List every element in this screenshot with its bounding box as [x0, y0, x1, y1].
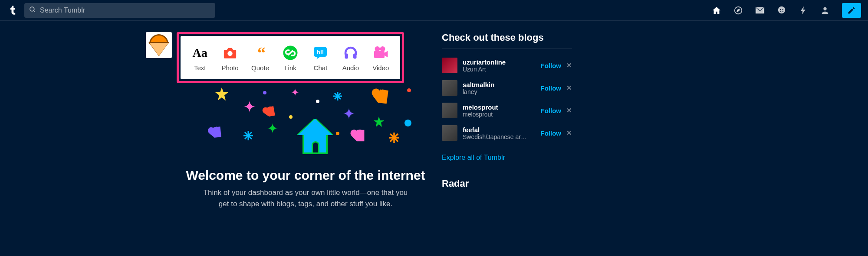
headphones-icon: [342, 44, 359, 62]
svg-point-7: [783, 9, 783, 10]
blog-avatar[interactable]: [442, 80, 457, 96]
blog-username[interactable]: uzuriartonline: [463, 58, 541, 66]
search-bar[interactable]: [24, 3, 215, 18]
user-avatar[interactable]: [146, 32, 172, 58]
blog-username[interactable]: melosprout: [463, 104, 541, 111]
svg-text:hi!: hi!: [317, 49, 324, 55]
compose-text[interactable]: Aa Text: [186, 44, 214, 71]
welcome-decor: [176, 84, 435, 162]
dot-icon: [316, 100, 319, 103]
blog-username[interactable]: saltmalkin: [463, 81, 541, 88]
compose-audio[interactable]: Audio: [337, 44, 365, 71]
sparkle-icon: [243, 100, 256, 113]
svg-point-0: [30, 7, 34, 11]
avatar-cone-icon: [149, 34, 168, 56]
svg-point-5: [778, 6, 786, 13]
chat-icon: hi!: [312, 44, 329, 62]
blog-avatar[interactable]: [442, 58, 457, 73]
compose-label: Quote: [251, 64, 269, 71]
top-bar: [0, 0, 868, 21]
blog-row: saltmalkin laney Follow ✕: [442, 77, 572, 99]
compose-photo[interactable]: Photo: [216, 44, 244, 71]
compose-label: Link: [284, 64, 296, 71]
svg-point-16: [380, 46, 385, 52]
tumblr-logo-icon[interactable]: [7, 5, 18, 16]
camera-icon: [221, 44, 239, 62]
blog-title: laney: [463, 88, 528, 95]
activity-icon[interactable]: [799, 6, 808, 15]
star-icon: [374, 117, 384, 127]
messaging-icon[interactable]: [777, 6, 786, 15]
account-icon[interactable]: [820, 6, 830, 15]
sidebar: Check out these blogs uzuriartonline Uzu…: [442, 32, 572, 209]
blog-row: uzuriartonline Uzuri Art Follow ✕: [442, 54, 572, 77]
blog-title: Swedish/Japanese arti...: [463, 133, 528, 140]
compose-label: Chat: [314, 64, 328, 71]
compose-label: Photo: [222, 64, 239, 71]
svg-marker-3: [737, 9, 740, 12]
inbox-icon[interactable]: [755, 6, 765, 15]
welcome-subtitle: Think of your dashboard as your own litt…: [176, 187, 435, 209]
compose-label: Video: [372, 64, 389, 71]
dismiss-button[interactable]: ✕: [566, 129, 572, 137]
link-icon: [282, 44, 299, 62]
search-input[interactable]: [40, 6, 211, 14]
quote-icon: “: [252, 44, 269, 62]
svg-marker-18: [215, 87, 228, 100]
dismiss-button[interactable]: ✕: [566, 62, 572, 69]
compose-video[interactable]: Video: [367, 44, 395, 71]
svg-rect-17: [374, 51, 385, 58]
svg-point-9: [227, 51, 232, 55]
blog-title: Uzuri Art: [463, 66, 528, 73]
video-camera-icon: [372, 44, 389, 62]
follow-button[interactable]: Follow: [541, 130, 562, 137]
follow-button[interactable]: Follow: [541, 62, 562, 69]
header-nav: [712, 3, 861, 18]
compose-quote[interactable]: “ Quote: [247, 44, 274, 71]
dot-icon: [263, 91, 266, 94]
explore-icon[interactable]: [733, 6, 743, 15]
heart-icon: [267, 106, 275, 117]
dot-icon: [336, 132, 339, 135]
dot-icon: [404, 120, 411, 126]
blog-title: melosprout: [463, 111, 528, 118]
search-icon: [29, 6, 36, 15]
svg-marker-27: [374, 117, 384, 127]
heart-icon: [378, 89, 388, 104]
compose-types-bar: Aa Text Photo “ Quote Link: [181, 36, 400, 79]
blog-avatar[interactable]: [442, 125, 457, 141]
compose-chat[interactable]: hi! Chat: [306, 44, 334, 71]
blog-avatar[interactable]: [442, 103, 457, 118]
svg-point-15: [375, 46, 380, 52]
dot-icon: [289, 115, 293, 119]
svg-point-8: [823, 7, 826, 10]
asterisk-icon: [333, 92, 342, 100]
star-icon: [215, 87, 228, 100]
sidebar-title: Check out these blogs: [442, 32, 572, 49]
house-icon: [298, 119, 332, 154]
svg-rect-14: [353, 53, 357, 58]
dismiss-button[interactable]: ✕: [566, 107, 572, 114]
radar-title: Radar: [442, 178, 572, 189]
heart-icon: [357, 130, 365, 141]
compose-label: Text: [194, 64, 206, 71]
follow-button[interactable]: Follow: [541, 84, 562, 92]
dismiss-button[interactable]: ✕: [566, 84, 572, 92]
follow-button[interactable]: Follow: [541, 107, 562, 114]
welcome-title: Welcome to your corner of the internet: [176, 168, 435, 183]
svg-rect-13: [345, 53, 348, 58]
blog-row: feefal Swedish/Japanese arti... Follow ✕: [442, 122, 572, 144]
asterisk-icon: [243, 131, 253, 140]
heart-icon: [214, 126, 221, 138]
blog-username[interactable]: feefal: [463, 126, 541, 133]
compose-label: Audio: [342, 64, 359, 71]
recommended-blogs: uzuriartonline Uzuri Art Follow ✕ saltma…: [442, 54, 572, 144]
compose-link[interactable]: Link: [276, 44, 304, 71]
compose-types-highlight: Aa Text Photo “ Quote Link: [177, 32, 404, 83]
svg-point-6: [780, 9, 781, 10]
compose-button[interactable]: [842, 3, 861, 18]
sparkle-icon: [291, 88, 299, 96]
explore-all-link[interactable]: Explore all of Tumblr: [442, 154, 572, 162]
home-icon[interactable]: [712, 6, 721, 15]
blog-row: melosprout melosprout Follow ✕: [442, 99, 572, 122]
